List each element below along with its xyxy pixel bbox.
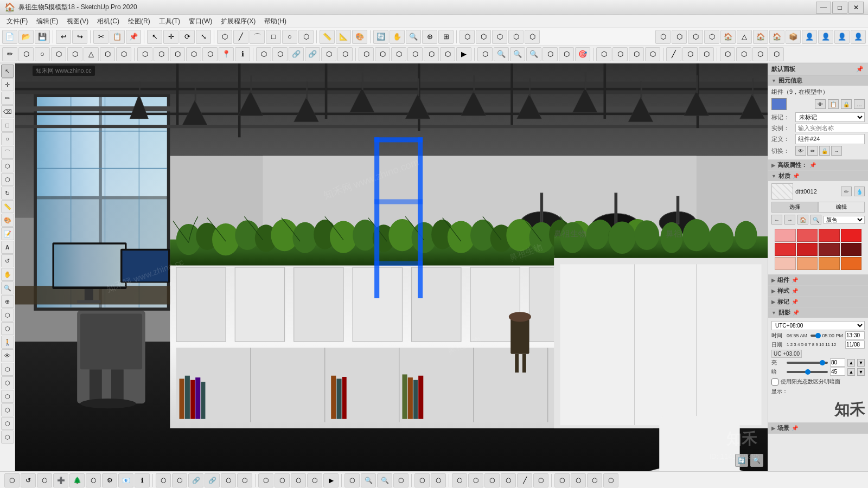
tb-ext-6[interactable]: △	[737, 30, 752, 44]
menu-help[interactable]: 帮助(H)	[260, 16, 291, 27]
tool-circle[interactable]: ○	[1, 132, 14, 145]
tb2-24[interactable]: ⬡	[391, 47, 406, 61]
tb-paint[interactable]: 🎨	[352, 30, 367, 44]
tb-zoom[interactable]: 🔍	[406, 30, 421, 44]
menu-camera[interactable]: 相机(C)	[93, 16, 124, 27]
bottom-tb-6[interactable]: ⬡	[86, 473, 101, 487]
bottom-tb-17[interactable]: ⬡	[275, 473, 290, 487]
tb2-43[interactable]: ⬡	[720, 47, 735, 61]
darkness-up[interactable]: ▲	[847, 368, 855, 376]
material-title[interactable]: 材质 📌	[768, 171, 868, 181]
bottom-tb-25[interactable]: ⬡	[414, 473, 430, 487]
tb2-26[interactable]: ⬡	[424, 47, 439, 61]
tool-2[interactable]: ⬡	[1, 376, 14, 389]
tool-tape[interactable]: 📏	[1, 200, 14, 213]
bottom-tb-1[interactable]: ⬡	[4, 473, 20, 487]
vc-orbit[interactable]: 🔄	[735, 454, 748, 467]
tb2-35[interactable]: 🎯	[575, 47, 590, 61]
tb2-13[interactable]: ⬡	[202, 47, 218, 61]
switch-arrow-icon[interactable]: →	[831, 146, 842, 156]
use-sun-checkbox[interactable]	[771, 378, 778, 386]
tb2-33[interactable]: ⬡	[542, 47, 558, 61]
color-6[interactable]	[797, 243, 818, 256]
tb2-31[interactable]: 🔍	[510, 47, 525, 61]
tb2-30[interactable]: 🔍	[494, 47, 509, 61]
tb2-2[interactable]: ⬡	[18, 47, 34, 61]
bottom-tb-32[interactable]: ⬡	[533, 473, 548, 487]
lock-icon[interactable]: 🔒	[841, 99, 852, 109]
tb-line[interactable]: ╱	[233, 30, 248, 44]
tb2-10[interactable]: ⬡	[154, 47, 169, 61]
advanced-title[interactable]: 高级属性： 📌	[768, 160, 868, 170]
tb-ext-2[interactable]: ⬡	[672, 30, 687, 44]
bottom-tb-13[interactable]: 🔗	[205, 473, 220, 487]
tb-rotate[interactable]: ⟳	[180, 30, 195, 44]
brightness-down[interactable]: ▼	[857, 359, 865, 367]
tool-pencil[interactable]: ✏	[1, 92, 14, 105]
tb-pan[interactable]: ✋	[390, 30, 405, 44]
tool-select[interactable]: ↖	[1, 65, 14, 78]
timezone-select[interactable]: UTC+08:00	[771, 321, 865, 330]
menu-extensions[interactable]: 扩展程序(X)	[216, 16, 260, 27]
style-title[interactable]: 样式 📌	[768, 286, 868, 296]
bottom-tb-33[interactable]: ⬡	[554, 473, 570, 487]
bottom-tb-20[interactable]: ▶	[323, 473, 339, 487]
tb2-8[interactable]: ⬡	[116, 47, 131, 61]
bottom-tb-8[interactable]: 📧	[118, 473, 133, 487]
switch-lock-icon[interactable]: 🔒	[819, 146, 830, 156]
tb2-22[interactable]: ⬡	[359, 47, 374, 61]
tb2-34[interactable]: ⬡	[559, 47, 574, 61]
maximize-button[interactable]: □	[832, 2, 847, 14]
brightness-input[interactable]	[830, 358, 845, 367]
bottom-tb-36[interactable]: ⬡	[603, 473, 618, 487]
tool-arc[interactable]: ⌒	[1, 146, 14, 159]
entity-info-title[interactable]: 图元信息	[768, 75, 868, 86]
shadow-title[interactable]: 阴影 📌	[768, 307, 868, 318]
bottom-tb-12[interactable]: 🔗	[188, 473, 203, 487]
tb2-16[interactable]: ⬡	[256, 47, 271, 61]
tool-3[interactable]: ⬡	[1, 390, 14, 403]
color-search-icon[interactable]: 🔍	[810, 215, 821, 224]
instance-input[interactable]	[795, 124, 868, 132]
tb2-7[interactable]: ⬡	[100, 47, 115, 61]
tb-textured[interactable]: ⬡	[525, 30, 540, 44]
tb-paste[interactable]: 📌	[126, 30, 141, 44]
tool-axes[interactable]: ⬡	[1, 322, 14, 335]
brightness-up[interactable]: ▲	[847, 359, 855, 367]
tb-ext-5[interactable]: 🏠	[720, 30, 736, 44]
visibility-icon[interactable]: 👁	[815, 99, 826, 109]
tool-pan[interactable]: ✋	[1, 268, 14, 281]
vc-zoom[interactable]: 🔍	[750, 454, 763, 467]
bottom-tb-19[interactable]: ⬡	[307, 473, 322, 487]
tb2-9[interactable]: ⬡	[137, 47, 152, 61]
tool-section[interactable]: ⬡	[1, 309, 14, 322]
tool-orbit[interactable]: ↺	[1, 254, 14, 267]
color-category-select[interactable]: 颜色	[824, 216, 865, 224]
tag-title[interactable]: 标记 📌	[768, 297, 868, 307]
tool-lookat[interactable]: 👁	[1, 349, 14, 362]
tag-pin[interactable]: 📌	[792, 299, 798, 305]
bottom-tb-28[interactable]: ⬡	[468, 473, 483, 487]
tb2-32[interactable]: 🔍	[526, 47, 541, 61]
tb-ext-7[interactable]: 🏠	[753, 30, 768, 44]
bottom-tb-35[interactable]: ⬡	[587, 473, 602, 487]
tool-1[interactable]: ⬡	[1, 363, 14, 376]
color-10[interactable]	[797, 257, 818, 270]
tb-scale[interactable]: ⤡	[196, 30, 211, 44]
copy-icon[interactable]: 📋	[828, 99, 839, 109]
scene-title[interactable]: 场景 📌	[768, 423, 868, 433]
tool-6[interactable]: ⬡	[1, 431, 14, 444]
tb2-37[interactable]: ⬡	[612, 47, 628, 61]
tb-arc[interactable]: ⌒	[250, 30, 265, 44]
bottom-tb-16[interactable]: ⬡	[258, 473, 273, 487]
tb-circle[interactable]: ○	[282, 30, 297, 44]
color-7[interactable]	[819, 243, 840, 256]
tb-ext-8[interactable]: 🏠	[769, 30, 784, 44]
darkness-down[interactable]: ▼	[857, 368, 865, 376]
time-input[interactable]	[845, 331, 865, 339]
tb-orbit[interactable]: 🔄	[373, 30, 388, 44]
tb-save[interactable]: 💾	[35, 30, 50, 44]
tb2-5[interactable]: ⬡	[67, 47, 82, 61]
tb2-41[interactable]: ⬡	[682, 47, 698, 61]
tb-undo[interactable]: ↩	[56, 30, 71, 44]
